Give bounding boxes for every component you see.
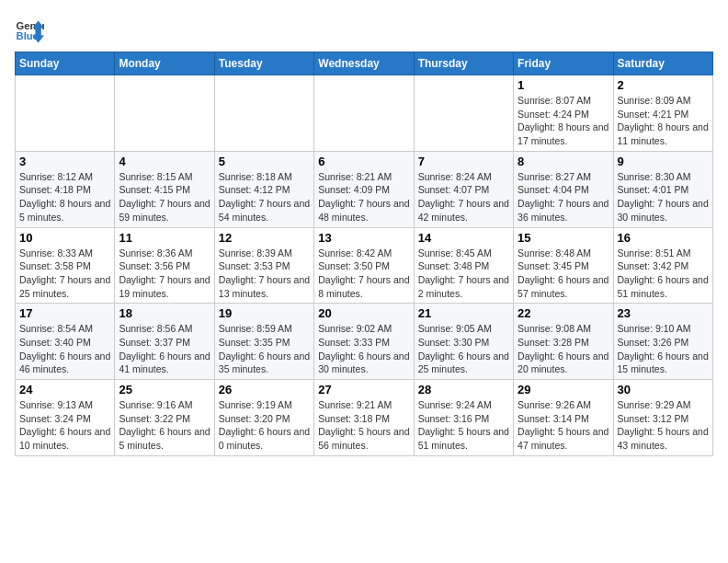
day-info: Sunrise: 8:59 AMSunset: 3:35 PMDaylight:… [219,322,310,376]
day-info: Sunrise: 9:13 AMSunset: 3:24 PMDaylight:… [19,398,110,453]
day-number: 14 [418,231,509,245]
calendar-body: 1Sunrise: 8:07 AMSunset: 4:24 PMDaylight… [16,75,713,456]
day-info: Sunrise: 8:39 AMSunset: 3:53 PMDaylight:… [219,247,310,301]
calendar-cell [16,75,115,152]
day-info: Sunrise: 8:30 AMSunset: 4:01 PMDaylight:… [618,170,709,224]
day-info: Sunrise: 8:56 AMSunset: 3:37 PMDaylight:… [119,322,210,376]
calendar-cell: 6Sunrise: 8:21 AMSunset: 4:09 PMDaylight… [314,151,414,227]
day-number: 4 [119,155,210,168]
day-info: Sunrise: 8:42 AMSunset: 3:50 PMDaylight:… [318,247,409,301]
calendar-cell: 12Sunrise: 8:39 AMSunset: 3:53 PMDayligh… [214,227,313,304]
calendar-cell: 15Sunrise: 8:48 AMSunset: 3:45 PMDayligh… [514,227,613,304]
day-number: 7 [418,155,509,168]
day-number: 27 [318,383,409,396]
calendar-cell: 27Sunrise: 9:21 AMSunset: 3:18 PMDayligh… [314,380,414,456]
day-number: 21 [418,306,509,320]
calendar-cell: 26Sunrise: 9:19 AMSunset: 3:20 PMDayligh… [214,380,313,456]
day-number: 8 [518,155,609,168]
day-number: 24 [19,383,110,396]
day-number: 12 [219,231,310,245]
calendar-cell: 28Sunrise: 9:24 AMSunset: 3:16 PMDayligh… [414,380,513,456]
calendar-cell [414,75,513,152]
calendar-cell: 16Sunrise: 8:51 AMSunset: 3:42 PMDayligh… [613,227,712,304]
calendar-cell [115,75,214,152]
day-info: Sunrise: 9:24 AMSunset: 3:16 PMDaylight:… [418,398,509,453]
header: General Blue [15,15,713,44]
calendar-cell: 22Sunrise: 9:08 AMSunset: 3:28 PMDayligh… [514,304,613,380]
day-number: 30 [618,383,709,396]
calendar-cell [214,75,313,152]
day-number: 25 [119,383,210,396]
calendar-cell: 13Sunrise: 8:42 AMSunset: 3:50 PMDayligh… [314,227,414,304]
day-info: Sunrise: 8:24 AMSunset: 4:07 PMDaylight:… [418,170,509,224]
calendar-cell: 20Sunrise: 9:02 AMSunset: 3:33 PMDayligh… [314,304,414,380]
calendar-cell: 8Sunrise: 8:27 AMSunset: 4:04 PMDaylight… [514,151,613,227]
day-info: Sunrise: 8:48 AMSunset: 3:45 PMDaylight:… [518,247,609,301]
day-number: 17 [19,306,110,320]
calendar-cell: 9Sunrise: 8:30 AMSunset: 4:01 PMDaylight… [613,151,712,227]
day-of-week-header: Wednesday [314,52,414,75]
calendar-cell: 19Sunrise: 8:59 AMSunset: 3:35 PMDayligh… [214,304,313,380]
days-of-week-row: SundayMondayTuesdayWednesdayThursdayFrid… [16,52,713,75]
day-info: Sunrise: 9:02 AMSunset: 3:33 PMDaylight:… [318,322,409,376]
logo: General Blue [15,15,48,44]
day-info: Sunrise: 8:45 AMSunset: 3:48 PMDaylight:… [418,247,509,301]
day-number: 3 [19,155,110,168]
day-info: Sunrise: 8:51 AMSunset: 3:42 PMDaylight:… [618,247,709,301]
day-info: Sunrise: 8:07 AMSunset: 4:24 PMDaylight:… [518,94,609,148]
day-number: 9 [618,155,709,168]
day-number: 16 [618,231,709,245]
day-number: 23 [618,306,709,320]
day-number: 26 [219,383,310,396]
day-info: Sunrise: 9:21 AMSunset: 3:18 PMDaylight:… [318,398,409,453]
day-number: 5 [219,155,310,168]
logo-icon: General Blue [15,15,44,44]
day-info: Sunrise: 8:12 AMSunset: 4:18 PMDaylight:… [19,170,110,224]
day-number: 15 [518,231,609,245]
calendar-cell: 2Sunrise: 8:09 AMSunset: 4:21 PMDaylight… [613,75,712,152]
calendar-week-row: 17Sunrise: 8:54 AMSunset: 3:40 PMDayligh… [16,304,713,380]
calendar-cell: 24Sunrise: 9:13 AMSunset: 3:24 PMDayligh… [16,380,115,456]
day-info: Sunrise: 8:33 AMSunset: 3:58 PMDaylight:… [19,247,110,301]
day-of-week-header: Tuesday [214,52,313,75]
calendar-cell: 21Sunrise: 9:05 AMSunset: 3:30 PMDayligh… [414,304,513,380]
calendar-week-row: 10Sunrise: 8:33 AMSunset: 3:58 PMDayligh… [16,227,713,304]
day-info: Sunrise: 8:15 AMSunset: 4:15 PMDaylight:… [119,170,210,224]
day-of-week-header: Monday [115,52,214,75]
day-of-week-header: Thursday [414,52,513,75]
day-number: 13 [318,231,409,245]
calendar-cell: 1Sunrise: 8:07 AMSunset: 4:24 PMDaylight… [514,75,613,152]
calendar-cell: 5Sunrise: 8:18 AMSunset: 4:12 PMDaylight… [214,151,313,227]
calendar-cell: 18Sunrise: 8:56 AMSunset: 3:37 PMDayligh… [115,304,214,380]
day-of-week-header: Saturday [613,52,712,75]
calendar-cell: 10Sunrise: 8:33 AMSunset: 3:58 PMDayligh… [16,227,115,304]
calendar-header: SundayMondayTuesdayWednesdayThursdayFrid… [16,52,713,75]
day-info: Sunrise: 9:29 AMSunset: 3:12 PMDaylight:… [618,398,709,453]
calendar-cell [314,75,414,152]
day-number: 28 [418,383,509,396]
day-number: 19 [219,306,310,320]
calendar-cell: 14Sunrise: 8:45 AMSunset: 3:48 PMDayligh… [414,227,513,304]
day-info: Sunrise: 8:09 AMSunset: 4:21 PMDaylight:… [618,94,709,148]
day-number: 1 [518,78,609,92]
day-number: 18 [119,306,210,320]
day-number: 2 [618,78,709,92]
day-number: 10 [19,231,110,245]
calendar-cell: 17Sunrise: 8:54 AMSunset: 3:40 PMDayligh… [16,304,115,380]
calendar-cell: 3Sunrise: 8:12 AMSunset: 4:18 PMDaylight… [16,151,115,227]
calendar-cell: 25Sunrise: 9:16 AMSunset: 3:22 PMDayligh… [115,380,214,456]
day-number: 29 [518,383,609,396]
day-info: Sunrise: 8:27 AMSunset: 4:04 PMDaylight:… [518,170,609,224]
day-info: Sunrise: 9:16 AMSunset: 3:22 PMDaylight:… [119,398,210,453]
day-info: Sunrise: 8:54 AMSunset: 3:40 PMDaylight:… [19,322,110,376]
calendar-cell: 11Sunrise: 8:36 AMSunset: 3:56 PMDayligh… [115,227,214,304]
day-of-week-header: Friday [514,52,613,75]
day-info: Sunrise: 8:36 AMSunset: 3:56 PMDaylight:… [119,247,210,301]
calendar-cell: 23Sunrise: 9:10 AMSunset: 3:26 PMDayligh… [613,304,712,380]
day-number: 22 [518,306,609,320]
calendar-table: SundayMondayTuesdayWednesdayThursdayFrid… [15,52,713,456]
day-number: 20 [318,306,409,320]
day-of-week-header: Sunday [16,52,115,75]
day-info: Sunrise: 9:10 AMSunset: 3:26 PMDaylight:… [618,322,709,376]
day-info: Sunrise: 8:18 AMSunset: 4:12 PMDaylight:… [219,170,310,224]
